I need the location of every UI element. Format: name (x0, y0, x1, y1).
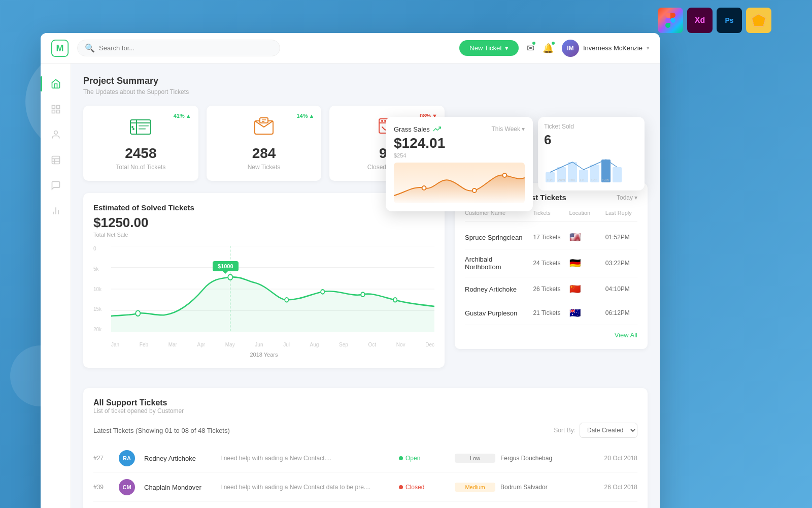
customer-reply-0: 01:52PM (605, 234, 637, 241)
customer-tickets-0: 17 Tickets (533, 234, 565, 241)
customer-row-2: Rodney Artichoke 26 Tickets 🇨🇳 04:10PM (465, 277, 637, 301)
sort-by-group: Sort By: Date Created (554, 423, 637, 438)
svg-point-20 (131, 126, 133, 128)
sidebar-item-chat[interactable] (46, 175, 66, 196)
col-last-reply: Last Reply (605, 210, 637, 216)
ticket-desc-1: I need help with aading a New Contact da… (220, 484, 394, 491)
ticket-status-0: Open (399, 455, 450, 462)
mail-icon[interactable]: ✉ (527, 43, 534, 54)
tickets-toolbar: Latest Tickets (Showing 01 to 08 of 48 T… (93, 423, 637, 438)
svg-point-0 (670, 18, 675, 23)
header: M 🔍 New Ticket ▾ ✉ 🔔 IM Inverness McKenz… (41, 33, 660, 64)
user-dropdown-arrow: ▾ (647, 45, 650, 51)
widget-refs: $254 (394, 152, 525, 158)
chart-title-block: Estimated of Solved Tickets (93, 203, 194, 212)
widget-filter[interactable]: This Week ▾ (492, 125, 525, 133)
support-header: All Support Tickets List of ticket opene… (93, 398, 637, 415)
user-name: Inverness McKenzie (583, 44, 642, 52)
widget-mini-chart (394, 163, 525, 203)
svg-rect-6 (56, 106, 59, 109)
customer-reply-2: 04:10PM (605, 285, 637, 293)
widget-amount: $124.01 (394, 135, 525, 151)
sidebar (41, 64, 71, 508)
svg-point-46 (502, 173, 506, 177)
tickets-count: Latest Tickets (Showing 01 to 08 of 48 T… (93, 427, 230, 434)
ticket-desc-0: I need help with aading a New Contact...… (220, 455, 394, 462)
customer-reply-3: 06:12PM (605, 309, 637, 316)
sidebar-item-analytics[interactable] (46, 201, 66, 221)
support-title: All Support Tickets (93, 398, 637, 407)
customer-reply-1: 03:22PM (605, 260, 637, 267)
ticket-priority-1: Medium (455, 483, 495, 492)
svg-text:Fri: Fri (580, 178, 585, 182)
customer-tickets-3: 21 Tickets (533, 309, 565, 316)
sidebar-item-chart[interactable] (46, 150, 66, 170)
customer-flag-0: 🇺🇸 (569, 232, 601, 243)
svg-rect-10 (52, 156, 59, 164)
sidebar-item-home[interactable] (46, 74, 66, 94)
user-info[interactable]: IM Inverness McKenzie ▾ (562, 40, 650, 57)
svg-rect-8 (52, 110, 55, 113)
svg-point-42 (361, 292, 364, 297)
customer-name-0: Spruce Springclean (465, 234, 529, 241)
ticket-row-0: #27 RA Rodney Artichoke I need help with… (93, 444, 637, 473)
svg-text:Thu: Thu (569, 178, 575, 182)
svg-point-9 (54, 131, 57, 135)
sidebar-item-users[interactable] (46, 124, 66, 145)
header-right: New Ticket ▾ ✉ 🔔 IM Inverness McKenzie ▾ (459, 40, 650, 57)
svg-point-38 (136, 311, 140, 316)
new-number: 284 (217, 145, 312, 162)
svg-text:Tue: Tue (547, 178, 553, 182)
sort-select[interactable]: Date Created (580, 423, 637, 438)
chart-tooltip: $1000 (213, 261, 239, 271)
chart-x-labels: Jan Feb Mar Apr May Jun Jul Aug Sep Oct (111, 342, 434, 347)
ticket-sold-value: 6 (544, 132, 638, 148)
figma-icon (658, 8, 683, 33)
grass-sales-widget: Grass Sales This Week ▾ $124.01 $254 (386, 117, 533, 211)
total-badge: 41% ▲ (174, 113, 191, 119)
svg-rect-23 (139, 128, 146, 130)
new-ticket-button[interactable]: New Ticket ▾ (459, 40, 519, 56)
svg-point-40 (285, 298, 288, 302)
search-input[interactable] (99, 44, 273, 52)
view-all-link[interactable]: View All (465, 325, 637, 339)
customer-flag-3: 🇦🇺 (569, 307, 601, 319)
ticket-status-1: Closed (399, 484, 450, 491)
sort-by-label: Sort By: (554, 427, 576, 434)
svg-point-30 (381, 120, 383, 122)
customer-row-3: Gustav Purpleson 21 Tickets 🇦🇺 06:12PM (465, 301, 637, 325)
new-badge: 14% ▲ (296, 113, 314, 119)
widget-header: Grass Sales This Week ▾ (394, 125, 525, 133)
svg-rect-25 (260, 118, 268, 123)
chart-header: Estimated of Solved Tickets Last 01 Year… (93, 203, 434, 212)
svg-point-41 (321, 290, 324, 294)
chart-area: 20k 15k 10k 5k 0 $1000 (93, 246, 434, 347)
customer-row: Spruce Springclean 17 Tickets 🇺🇸 01:52PM (465, 226, 637, 249)
svg-point-43 (393, 298, 397, 302)
svg-rect-53 (613, 167, 622, 182)
bell-icon[interactable]: 🔔 (543, 43, 554, 54)
col-tickets: Tickets (533, 210, 565, 216)
customers-table-header: Customer Name Tickets Location Last Repl… (465, 210, 637, 221)
sidebar-item-grid[interactable] (46, 99, 66, 119)
svg-point-44 (422, 186, 426, 190)
status-dot-1 (399, 485, 403, 489)
stat-card-total: 41% ▲ (83, 106, 198, 181)
chart-year-label: 2018 Years (93, 352, 434, 358)
xd-icon: Xd (687, 8, 713, 33)
ticket-id-0: #27 (93, 455, 114, 462)
bell-badge (551, 41, 556, 46)
ticket-sold-chart: Tue Wed Thu Fri Sat Sun (544, 152, 638, 182)
customer-name-3: Gustav Purpleson (465, 309, 529, 317)
customer-flag-1: 🇩🇪 (569, 258, 601, 269)
new-ticket-label: New Ticket (469, 44, 502, 52)
customer-tickets-2: 26 Tickets (533, 285, 565, 293)
app-container: M 🔍 New Ticket ▾ ✉ 🔔 IM Inverness McKenz… (41, 33, 660, 508)
logo: M (51, 39, 69, 57)
svg-text:Wed: Wed (558, 178, 565, 182)
ticket-assignee-0: Fergus Douchebag (500, 455, 571, 462)
ticket-date-1: 26 Oct 2018 (577, 484, 637, 491)
total-icon (93, 116, 188, 140)
today-filter[interactable]: Today ▾ (617, 194, 637, 201)
search-bar[interactable]: 🔍 (77, 40, 280, 56)
